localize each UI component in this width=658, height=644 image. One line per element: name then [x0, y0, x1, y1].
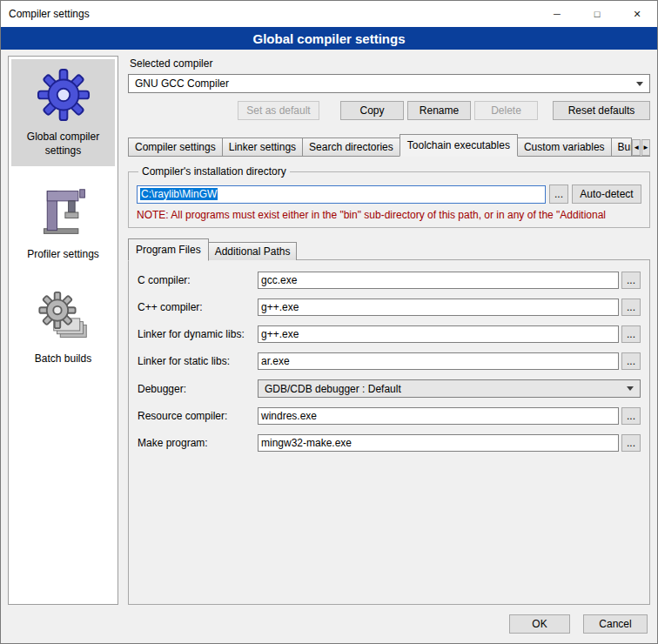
- static-linker-input[interactable]: ar.exe: [258, 352, 619, 370]
- field-row: Linker for dynamic libs: g++.exe ...: [138, 325, 641, 343]
- dynamic-linker-value: g++.exe: [261, 328, 299, 340]
- selected-compiler-value: GNU GCC Compiler: [135, 77, 229, 90]
- install-dir-row: C:\raylib\MinGW ... Auto-detect: [137, 184, 641, 204]
- maximize-icon: □: [594, 9, 601, 19]
- gray-gear-stack-icon: [35, 288, 92, 345]
- chevron-down-icon: [627, 386, 634, 391]
- install-dir-group-title: Compiler's installation directory: [138, 165, 290, 178]
- minimize-icon: ─: [554, 9, 561, 19]
- dialog-content: Global compiler settings Profiler settin…: [1, 50, 657, 605]
- rename-button[interactable]: Rename: [407, 101, 471, 120]
- dynamic-linker-browse-button[interactable]: ...: [621, 325, 641, 343]
- resource-compiler-browse-button[interactable]: ...: [621, 407, 641, 425]
- toolchain-executables-page: Compiler's installation directory C:\ray…: [128, 157, 650, 605]
- make-program-browse-button[interactable]: ...: [621, 434, 641, 452]
- c-compiler-value: gcc.exe: [261, 274, 297, 286]
- profiler-clamp-icon: [35, 184, 92, 241]
- programs-tabstrip: Program Files Additional Paths: [128, 238, 650, 260]
- install-dir-groupbox: Compiler's installation directory C:\ray…: [128, 165, 650, 228]
- window-title: Compiler settings: [9, 8, 90, 20]
- debugger-combobox[interactable]: GDB/CDB debugger : Default: [258, 379, 641, 398]
- sidebar: Global compiler settings Profiler settin…: [8, 56, 118, 605]
- sidebar-item-profiler-settings[interactable]: Profiler settings: [11, 177, 115, 271]
- tab-scroll-right-icon[interactable]: ►: [641, 139, 650, 156]
- titlebar: Compiler settings ─ □ ✕: [1, 1, 657, 27]
- resource-compiler-label: Resource compiler:: [138, 410, 258, 422]
- c-compiler-input[interactable]: gcc.exe: [258, 272, 619, 289]
- tab-custom-variables[interactable]: Custom variables: [517, 138, 612, 156]
- field-row: C compiler: gcc.exe ...: [138, 272, 641, 289]
- cpp-compiler-value: g++.exe: [261, 301, 299, 313]
- compiler-settings-window: Compiler settings ─ □ ✕ Global compiler …: [0, 0, 658, 644]
- c-compiler-browse-button[interactable]: ...: [621, 272, 641, 289]
- dialog-footer: OK Cancel: [1, 605, 657, 643]
- install-dir-browse-button[interactable]: ...: [549, 184, 568, 204]
- copy-button[interactable]: Copy: [340, 101, 404, 120]
- dynamic-linker-label: Linker for dynamic libs:: [138, 328, 258, 340]
- field-row: Linker for static libs: ar.exe ...: [138, 352, 641, 370]
- tab-compiler-settings[interactable]: Compiler settings: [128, 138, 223, 156]
- install-note: NOTE: All programs must exist either in …: [137, 209, 641, 221]
- resource-compiler-value: windres.exe: [261, 410, 317, 422]
- minimize-button[interactable]: ─: [537, 1, 577, 27]
- tab-toolchain-executables[interactable]: Toolchain executables: [400, 134, 518, 157]
- tab-build-options[interactable]: Buil: [611, 138, 633, 156]
- sidebar-item-label: Profiler settings: [27, 248, 99, 262]
- install-dir-input[interactable]: C:\raylib\MinGW: [137, 185, 546, 204]
- sidebar-item-batch-builds[interactable]: Batch builds: [11, 281, 115, 375]
- main-panel: Selected compiler GNU GCC Compiler Set a…: [128, 56, 650, 605]
- static-linker-browse-button[interactable]: ...: [621, 352, 641, 370]
- debugger-value: GDB/CDB debugger : Default: [265, 383, 401, 395]
- resource-compiler-input[interactable]: windres.exe: [258, 407, 619, 425]
- autodetect-button[interactable]: Auto-detect: [572, 184, 641, 204]
- make-program-input[interactable]: mingw32-make.exe: [258, 434, 619, 452]
- cpp-compiler-browse-button[interactable]: ...: [621, 299, 641, 316]
- sidebar-item-label: Global compiler settings: [13, 131, 113, 158]
- field-row: C++ compiler: g++.exe ...: [138, 299, 641, 316]
- set-as-default-button[interactable]: Set as default: [238, 101, 319, 120]
- make-program-label: Make program:: [138, 437, 258, 449]
- field-row: Resource compiler: windres.exe ...: [138, 407, 641, 425]
- program-files-panel: C compiler: gcc.exe ... C++ compiler: g+…: [128, 259, 650, 605]
- cpp-compiler-label: C++ compiler:: [138, 301, 258, 313]
- close-button[interactable]: ✕: [617, 1, 657, 27]
- reset-defaults-button[interactable]: Reset defaults: [553, 101, 650, 120]
- selected-compiler-combobox[interactable]: GNU GCC Compiler: [128, 74, 650, 93]
- sidebar-item-global-compiler-settings[interactable]: Global compiler settings: [11, 59, 115, 166]
- cancel-button[interactable]: Cancel: [583, 614, 648, 634]
- delete-button[interactable]: Delete: [474, 101, 538, 120]
- tab-program-files[interactable]: Program Files: [128, 238, 209, 261]
- settings-tabstrip: Compiler settings Linker settings Search…: [128, 134, 650, 157]
- ok-button[interactable]: OK: [509, 614, 570, 634]
- dynamic-linker-input[interactable]: g++.exe: [258, 325, 619, 343]
- field-row: Debugger: GDB/CDB debugger : Default: [138, 379, 641, 398]
- static-linker-label: Linker for static libs:: [138, 355, 258, 367]
- blue-gear-icon: [35, 66, 92, 124]
- c-compiler-label: C compiler:: [138, 274, 258, 286]
- tab-linker-settings[interactable]: Linker settings: [222, 138, 303, 156]
- make-program-value: mingw32-make.exe: [261, 437, 352, 449]
- dialog-header: Global compiler settings: [1, 27, 657, 50]
- install-dir-value: C:\raylib\MinGW: [140, 188, 218, 200]
- compiler-actions: Set as default Copy Rename Delete Reset …: [128, 101, 650, 120]
- cpp-compiler-input[interactable]: g++.exe: [258, 299, 619, 316]
- sidebar-item-label: Batch builds: [35, 352, 91, 366]
- maximize-button[interactable]: □: [577, 1, 617, 27]
- static-linker-value: ar.exe: [261, 355, 290, 367]
- debugger-label: Debugger:: [138, 383, 258, 395]
- chevron-down-icon: [636, 82, 643, 86]
- tab-scroll-left-icon[interactable]: ◄: [632, 139, 641, 156]
- close-icon: ✕: [633, 9, 641, 20]
- selected-compiler-label: Selected compiler: [130, 57, 650, 70]
- tab-additional-paths[interactable]: Additional Paths: [208, 242, 298, 260]
- window-controls: ─ □ ✕: [537, 1, 657, 27]
- field-row: Make program: mingw32-make.exe ...: [138, 434, 641, 452]
- tab-search-directories[interactable]: Search directories: [302, 138, 400, 156]
